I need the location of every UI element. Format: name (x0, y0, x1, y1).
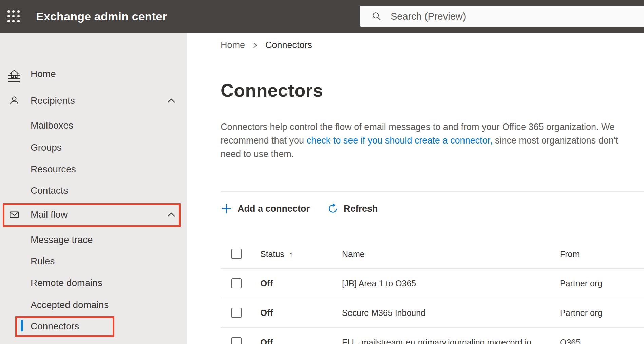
breadcrumb-chevron-icon (252, 41, 258, 50)
sidebar-item-label: Remote domains (31, 278, 102, 288)
sidebar-item-label: Resources (31, 164, 76, 175)
sidebar-item-label: Groups (31, 142, 62, 153)
search-input[interactable] (382, 6, 644, 27)
toolbar: Add a connector Refresh (221, 199, 378, 218)
sidebar-item-label: Mailboxes (31, 120, 73, 131)
sidebar-item-remote-domains[interactable]: Remote domains (0, 272, 187, 294)
create-connector-check-link[interactable]: check to see if you should create a conn… (307, 135, 493, 146)
top-app-bar: Exchange admin center (0, 0, 644, 33)
add-connector-label: Add a connector (238, 204, 310, 214)
chevron-up-icon[interactable] (167, 212, 176, 218)
select-all-checkbox[interactable] (231, 249, 242, 259)
refresh-label: Refresh (344, 204, 378, 214)
sidebar-item-mail-flow[interactable]: Mail flow (0, 204, 187, 226)
column-header-name[interactable]: Name (342, 249, 365, 259)
table-row[interactable]: Off [JB] Area 1 to O365 Partner org (187, 269, 644, 298)
row-checkbox[interactable] (231, 308, 242, 318)
table-row[interactable]: Off Secure M365 Inbound Partner org (187, 298, 644, 327)
sidebar-item-label: Connectors (31, 321, 79, 332)
sidebar-item-label: Recipients (31, 95, 75, 106)
row-checkbox[interactable] (231, 278, 242, 288)
breadcrumb: Home Connectors (221, 40, 312, 51)
breadcrumb-home-link[interactable]: Home (221, 40, 245, 51)
sidebar-item-rules[interactable]: Rules (0, 250, 187, 272)
table-header: Status↑ Name From (187, 240, 644, 269)
cell-name: [JB] Area 1 to O365 (342, 279, 416, 288)
sidebar-item-groups[interactable]: Groups (0, 137, 187, 158)
table-row[interactable]: Off EU - mailstream-eu-primary.journalin… (187, 328, 644, 344)
cell-status: Off (260, 278, 273, 289)
app-title[interactable]: Exchange admin center (36, 0, 167, 33)
column-header-status[interactable]: Status↑ (260, 249, 293, 259)
sidebar-nav: Home Recipients Mailboxes Groups Resourc… (0, 33, 187, 344)
home-icon (9, 69, 20, 79)
page-title: Connectors (221, 80, 323, 101)
mail-icon (9, 209, 20, 220)
sidebar-item-accepted-domains[interactable]: Accepted domains (0, 294, 187, 316)
main-content: Home Connectors Connectors Connectors he… (187, 33, 644, 344)
chevron-up-icon[interactable] (167, 98, 176, 104)
column-header-from[interactable]: From (560, 249, 580, 259)
cell-status: Off (260, 337, 273, 344)
sidebar-item-recipients[interactable]: Recipients (0, 90, 187, 112)
sidebar-item-label: Home (31, 69, 56, 79)
search-icon (372, 11, 382, 21)
cell-name: Secure M365 Inbound (342, 308, 425, 318)
sidebar-item-label: Mail flow (31, 209, 68, 220)
cell-status: Off (260, 308, 273, 318)
sidebar-item-mailboxes[interactable]: Mailboxes (0, 115, 187, 136)
sidebar-item-home[interactable]: Home (0, 63, 187, 85)
app-launcher-icon[interactable] (7, 10, 20, 22)
sidebar-item-label: Accepted domains (31, 300, 109, 310)
selected-indicator (21, 320, 23, 331)
person-icon (9, 95, 20, 106)
cell-from: O365 (560, 338, 581, 344)
sidebar-item-contacts[interactable]: Contacts (0, 180, 187, 202)
toolbar-divider (221, 191, 644, 192)
sidebar-item-label: Message trace (31, 234, 93, 245)
page-description: Connectors help control the flow of emai… (221, 120, 641, 161)
add-connector-button[interactable]: Add a connector (221, 203, 310, 214)
sidebar-item-label: Rules (31, 256, 55, 267)
row-checkbox[interactable] (231, 337, 242, 344)
breadcrumb-current: Connectors (265, 40, 312, 51)
plus-icon (221, 203, 232, 214)
refresh-button[interactable]: Refresh (327, 203, 378, 214)
sort-ascending-icon: ↑ (289, 249, 293, 259)
refresh-icon (327, 203, 338, 214)
sidebar-item-label: Contacts (31, 185, 68, 196)
sidebar-item-message-trace[interactable]: Message trace (0, 229, 187, 251)
cell-name: EU - mailstream-eu-primary.journaling.mx… (342, 338, 531, 344)
sidebar-item-connectors[interactable]: Connectors (0, 316, 187, 337)
search-box[interactable] (360, 6, 644, 27)
cell-from: Partner org (560, 308, 602, 318)
sidebar-item-resources[interactable]: Resources (0, 158, 187, 180)
cell-from: Partner org (560, 279, 602, 288)
